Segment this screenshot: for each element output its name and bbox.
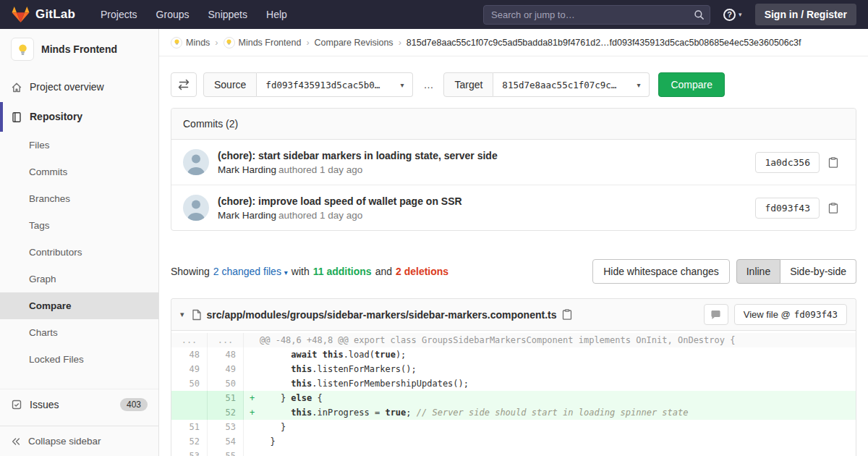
source-group: Source fd093f435913d5cac5b0… ▾ [203, 72, 413, 97]
swap-sides-button[interactable] [171, 72, 197, 97]
breadcrumb: Minds › Minds Frontend › Compare Revisio… [159, 29, 868, 56]
compare-form: Source fd093f435913d5cac5b0… ▾ … Target … [171, 72, 856, 97]
range-separator: … [423, 79, 433, 90]
with-label: with [292, 266, 310, 277]
side-by-side-toggle-button[interactable]: Side-by-side [780, 259, 856, 284]
issues-icon [11, 399, 22, 410]
sidebar-item-graph[interactable]: Graph [0, 266, 158, 292]
new-line-number[interactable]: 51 [208, 391, 244, 405]
sidebar-item-compare[interactable]: Compare [0, 292, 158, 319]
source-dropdown[interactable]: fd093f435913d5cac5b0… ▾ [257, 72, 413, 97]
new-line-number[interactable]: ... [208, 333, 244, 347]
lightbulb-icon [16, 43, 30, 56]
diff-line: 51 53 } [171, 420, 856, 434]
crumb-minds[interactable]: Minds [171, 37, 210, 48]
nav-item-help[interactable]: Help [257, 0, 297, 29]
sidebar-item-commits[interactable]: Commits [0, 159, 158, 185]
diff-line: 48 48 await this.load(true); [171, 347, 856, 362]
sidebar-item-label: Issues [30, 399, 59, 410]
file-path-link[interactable]: src/app/modules/groups/sidebar-markers/s… [207, 309, 557, 321]
breadcrumb-separator: › [306, 38, 309, 48]
diff-line: 52 54 } [171, 434, 856, 449]
new-line-number[interactable]: 52 [208, 405, 244, 420]
nav-item-snippets[interactable]: Snippets [199, 0, 257, 29]
old-line-number[interactable]: 49 [171, 362, 208, 376]
diff-line: 50 50 this.listenForMembershipUpdates(); [171, 376, 856, 391]
target-dropdown[interactable]: 815d7e8aac55c1f07c9c… ▾ [493, 72, 650, 97]
old-line-number[interactable]: ... [171, 333, 208, 347]
old-line-number[interactable]: 50 [171, 376, 208, 391]
changed-files-dropdown[interactable]: 2 changed files ▾ [213, 266, 288, 277]
help-menu[interactable]: ? ▾ [723, 9, 742, 21]
commits-header: Commits (2) [171, 109, 856, 140]
new-line-number[interactable]: 53 [208, 420, 244, 434]
sidebar-item-files[interactable]: Files [0, 132, 158, 159]
main-content: Minds › Minds Frontend › Compare Revisio… [159, 29, 868, 456]
additions-count: 11 additions [313, 266, 372, 277]
new-line-number[interactable]: 50 [208, 376, 244, 391]
project-context-link[interactable]: Minds Frontend [0, 29, 158, 68]
crumb-label: Compare Revisions [315, 38, 393, 48]
search-input[interactable] [483, 5, 710, 25]
commit-title-link[interactable]: (chore): improve load speed of wallet pa… [218, 195, 462, 207]
gitlab-home-link[interactable]: GitLab [12, 6, 75, 23]
sidebar-item-tags[interactable]: Tags [0, 212, 158, 239]
commit-author-link[interactable]: Mark Harding [218, 210, 276, 221]
sidebar-item-project-overview[interactable]: Project overview [0, 72, 158, 102]
diff-line-added: 52 + this.inProgress = true; // Server s… [171, 405, 856, 420]
inline-toggle-button[interactable]: Inline [736, 259, 780, 284]
source-label: Source [203, 72, 257, 97]
breadcrumb-separator: › [215, 38, 218, 48]
changed-files-label: 2 changed files [213, 266, 281, 277]
signin-button[interactable]: Sign in / Register [755, 4, 856, 25]
gitlab-logo-icon [12, 6, 30, 23]
top-navbar: GitLab Projects Groups Snippets Help ? ▾… [0, 0, 868, 29]
old-line-number[interactable]: 51 [171, 420, 208, 434]
view-file-button[interactable]: View file @ fd093f43 [734, 304, 847, 325]
diff-line: 53 55 [171, 449, 856, 456]
hide-whitespace-button[interactable]: Hide whitespace changes [592, 259, 730, 284]
old-line-number[interactable]: 48 [171, 347, 208, 362]
new-line-number[interactable]: 48 [208, 347, 244, 362]
commit-sha-button[interactable]: fd093f43 [755, 198, 820, 219]
sidebar-item-contributors[interactable]: Contributors [0, 239, 158, 266]
commit-sha-button[interactable]: 1a0dc356 [755, 152, 820, 173]
old-line-number[interactable] [171, 391, 208, 405]
old-line-number[interactable] [171, 405, 208, 420]
comment-button[interactable] [704, 304, 728, 325]
diff-file-panel: ▾ src/app/modules/groups/sidebar-markers… [171, 298, 856, 456]
file-collapse-caret[interactable]: ▾ [180, 310, 184, 319]
target-group: Target 815d7e8aac55c1f07c9c… ▾ [443, 72, 650, 97]
crumb-compare-revisions[interactable]: Compare Revisions [315, 38, 393, 48]
copy-path-button[interactable] [562, 309, 572, 320]
group-avatar [171, 37, 182, 48]
and-label: and [375, 266, 392, 277]
new-line-number[interactable]: 49 [208, 362, 244, 376]
diff-stats: Showing 2 changed files ▾ with 11 additi… [171, 259, 856, 284]
new-line-number[interactable]: 54 [208, 434, 244, 449]
sidebar-item-issues[interactable]: Issues 403 [0, 389, 158, 420]
sidebar-item-branches[interactable]: Branches [0, 185, 158, 212]
sidebar-item-charts[interactable]: Charts [0, 319, 158, 346]
compare-button[interactable]: Compare [658, 72, 725, 97]
collapse-sidebar-button[interactable]: Collapse sidebar [0, 426, 158, 456]
copy-sha-button[interactable] [822, 197, 844, 219]
crumb-minds-frontend[interactable]: Minds Frontend [224, 37, 302, 48]
sidebar-item-label: Project overview [30, 80, 104, 94]
issues-count-badge: 403 [120, 398, 148, 411]
diff-code [244, 449, 856, 456]
diff-line: 49 49 this.listenForMarkers(); [171, 362, 856, 376]
nav-item-projects[interactable]: Projects [91, 0, 147, 29]
old-line-number[interactable]: 52 [171, 434, 208, 449]
view-file-label: View file @ [744, 309, 791, 320]
commit-title-link[interactable]: (chore): start sidebar markers in loadin… [218, 150, 498, 161]
nav-item-groups[interactable]: Groups [147, 0, 199, 29]
sidebar-item-locked-files[interactable]: Locked Files [0, 346, 158, 373]
diff-view-toggle: Inline Side-by-side [736, 259, 856, 284]
old-line-number[interactable]: 53 [171, 449, 208, 456]
new-line-number[interactable]: 55 [208, 449, 244, 456]
commit-author-link[interactable]: Mark Harding [218, 164, 276, 175]
copy-sha-button[interactable] [822, 151, 844, 173]
sidebar-item-repository[interactable]: Repository [0, 102, 158, 132]
breadcrumb-separator: › [399, 38, 401, 48]
